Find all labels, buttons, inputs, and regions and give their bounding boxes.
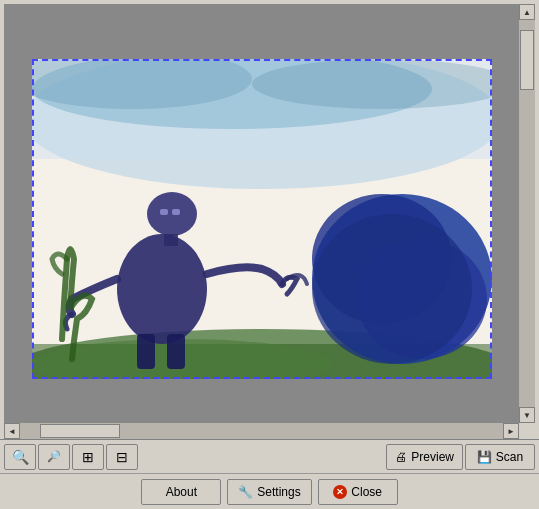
- svg-rect-20: [137, 334, 155, 369]
- scan-button[interactable]: 💾 Scan: [465, 444, 535, 470]
- original-size-button[interactable]: ⊞: [72, 444, 104, 470]
- painting-svg: [32, 59, 492, 379]
- scan-area: ▲ ▼ ◄ ►: [4, 4, 535, 439]
- scroll-down-button[interactable]: ▼: [519, 407, 535, 423]
- vertical-scrollbar: ▲ ▼: [519, 4, 535, 423]
- close-icon: ✕: [333, 485, 347, 499]
- svg-rect-17: [160, 209, 168, 215]
- horizontal-scrollbar: ◄ ►: [4, 423, 519, 439]
- scroll-left-button[interactable]: ◄: [4, 423, 20, 439]
- preview-label: Preview: [411, 450, 454, 464]
- scan-label: Scan: [496, 450, 523, 464]
- scan-image-container: [32, 59, 492, 379]
- scroll-corner: [519, 423, 535, 439]
- zoom-in-icon: 🔍: [12, 449, 29, 465]
- scroll-right-button[interactable]: ►: [503, 423, 519, 439]
- svg-point-14: [312, 214, 472, 364]
- svg-rect-19: [164, 234, 178, 246]
- close-button[interactable]: ✕ Close: [318, 479, 398, 505]
- scroll-v-track[interactable]: [519, 20, 535, 407]
- fit-button[interactable]: ⊟: [106, 444, 138, 470]
- preview-button[interactable]: 🖨 Preview: [386, 444, 463, 470]
- canvas-area: [4, 4, 519, 423]
- svg-point-15: [117, 234, 207, 344]
- close-label: Close: [351, 485, 382, 499]
- preview-icon: 🖨: [395, 450, 407, 464]
- original-size-icon: ⊞: [82, 449, 94, 465]
- svg-rect-18: [172, 209, 180, 215]
- fit-icon: ⊟: [116, 449, 128, 465]
- settings-icon: 🔧: [238, 485, 253, 499]
- toolbar: 🔍 🔎 ⊞ ⊟ 🖨 Preview 💾 Scan: [0, 439, 539, 473]
- about-button[interactable]: About: [141, 479, 221, 505]
- scroll-h-thumb[interactable]: [40, 424, 120, 438]
- svg-rect-21: [167, 334, 185, 369]
- scroll-h-track[interactable]: [20, 423, 503, 439]
- bottom-bar: About 🔧 Settings ✕ Close: [0, 473, 539, 509]
- scroll-v-thumb[interactable]: [520, 30, 534, 90]
- zoom-out-icon: 🔎: [47, 450, 61, 463]
- settings-label: Settings: [257, 485, 300, 499]
- about-label: About: [166, 485, 197, 499]
- main-window: ▲ ▼ ◄ ► 🔍 🔎 ⊞ ⊟: [0, 0, 539, 509]
- scroll-up-button[interactable]: ▲: [519, 4, 535, 20]
- svg-point-16: [147, 192, 197, 236]
- settings-button[interactable]: 🔧 Settings: [227, 479, 311, 505]
- scan-image: [32, 59, 492, 379]
- zoom-in-button[interactable]: 🔍: [4, 444, 36, 470]
- zoom-out-button[interactable]: 🔎: [38, 444, 70, 470]
- scan-save-icon: 💾: [477, 450, 492, 464]
